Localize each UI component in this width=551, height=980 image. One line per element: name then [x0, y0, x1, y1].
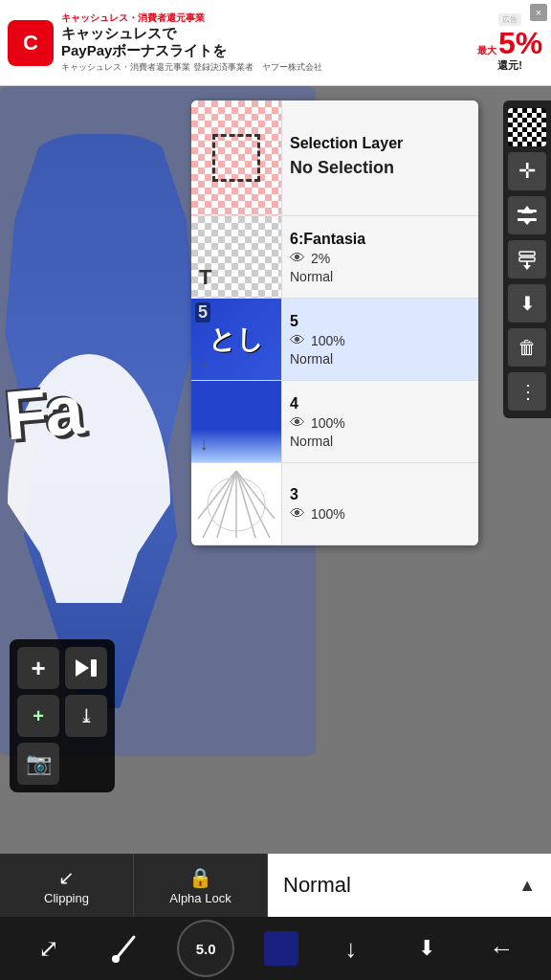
layer6-opacity: 2%: [311, 251, 330, 266]
back-button[interactable]: ←: [478, 925, 524, 971]
layer5-thumb: とし 5 ↓: [191, 299, 282, 380]
layer-panel: Selection Layer No Selection T 6:Fantasi…: [191, 100, 478, 546]
layer3-opacity: 100%: [311, 506, 345, 522]
clipping-icon: ↙: [58, 866, 75, 889]
ad-percent: 5%: [498, 28, 542, 58]
color-swatch-button[interactable]: [264, 931, 298, 966]
layer-row-5[interactable]: とし 5 ↓ 5 👁 100% Normal: [191, 299, 478, 381]
brush-button[interactable]: [101, 925, 147, 971]
layer6-name: 6:Fantasia: [290, 231, 471, 248]
flip-horizontal-button[interactable]: [508, 196, 546, 234]
svg-marker-11: [521, 218, 533, 225]
layer5-num-overlay: 5: [195, 302, 210, 323]
brush-icon: [109, 933, 140, 964]
transform-button[interactable]: ⤢: [26, 925, 72, 971]
left-toolbar: + + ⤓ 📷: [10, 639, 115, 792]
delete-button[interactable]: 🗑: [508, 328, 546, 367]
next-frame-button[interactable]: [65, 647, 107, 689]
layer5-name: 5: [290, 313, 471, 330]
layer3-eye-row: 👁 100%: [290, 505, 471, 523]
svg-marker-16: [76, 659, 89, 677]
layer6-thumb: T: [191, 216, 282, 298]
ad-percent-label: 還元!: [497, 58, 522, 73]
ad-tag-top: キャッシュレス・消費者還元事業: [61, 11, 469, 25]
layer3-thumb-bg: [191, 463, 281, 545]
layer5-blend: Normal: [290, 351, 471, 367]
ad-right: 広告 最大 5% 還元!: [476, 13, 543, 73]
flip-h-icon: [516, 206, 539, 225]
svg-rect-12: [519, 252, 535, 256]
ad-close-button[interactable]: ×: [530, 4, 547, 21]
svg-point-19: [112, 955, 120, 963]
alpha-lock-label: Alpha Lock: [169, 891, 231, 905]
selection-dashed-border: [212, 134, 260, 182]
add-layer-button[interactable]: +: [17, 647, 59, 689]
merge-button[interactable]: [508, 240, 546, 278]
layer-row-selection[interactable]: Selection Layer No Selection: [191, 100, 478, 216]
sketch-svg: [193, 466, 279, 543]
ad-max: 最大: [477, 44, 496, 57]
selection-layer-info: Selection Layer No Selection: [282, 129, 478, 188]
merge-icon: [517, 249, 538, 270]
layer-row-6[interactable]: T 6:Fantasia 👁 2% Normal: [191, 216, 478, 299]
bottom-toolbar: ⤢ 5.0 ↓ ⬇ ←: [0, 917, 551, 980]
svg-rect-13: [519, 257, 535, 261]
blend-mode-button[interactable]: Normal ▲: [268, 854, 551, 917]
layer4-name: 4: [290, 395, 471, 412]
blend-mode-text: Normal: [283, 873, 351, 898]
merge-down-button[interactable]: ⤓: [65, 695, 107, 737]
ad-left: C: [8, 20, 54, 66]
ad-logo: C: [8, 20, 54, 66]
blend-bar: ↙ Clipping 🔒 Alpha Lock Normal ▲: [0, 854, 551, 917]
more-button[interactable]: ⋮: [508, 372, 546, 411]
svg-marker-15: [523, 265, 531, 270]
ad-label: 広告: [498, 13, 521, 26]
layer3-info: 3 👁 100%: [282, 480, 478, 528]
layer4-thumb: ↓: [191, 381, 282, 462]
ad-sub-text: キャッシュレス・消費者還元事業 登録決済事業者 ヤフー株式会社: [61, 61, 469, 74]
layer4-info: 4 👁 100% Normal: [282, 390, 478, 455]
next-frame-icon: [74, 657, 99, 679]
layer3-thumb: [191, 463, 282, 545]
layer4-eye-row: 👁 100%: [290, 414, 471, 432]
layer6-t-icon: T: [199, 265, 211, 290]
brush-size-value: 5.0: [196, 941, 216, 957]
ad-main-text: キャッシュレスでPayPayボーナスライトを: [61, 25, 469, 59]
layer4-dl-arrow: ↓: [199, 433, 209, 455]
main-canvas-area: Fa Selection Layer No Selection T 6:Fant…: [0, 86, 551, 917]
selection-layer-name: Selection Layer: [290, 135, 471, 152]
layer5-eye-icon: 👁: [290, 332, 305, 349]
layer5-dl-arrow: ↓: [199, 350, 209, 372]
camera-button[interactable]: 📷: [17, 743, 59, 785]
layer4-eye-icon: 👁: [290, 414, 305, 432]
ad-logo-text: C: [23, 31, 38, 56]
layer6-info: 6:Fantasia 👁 2% Normal: [282, 225, 478, 290]
layer5-eye-row: 👁 100%: [290, 332, 471, 349]
layer-row-3[interactable]: 3 👁 100%: [191, 463, 478, 546]
clipping-button[interactable]: ↙ Clipping: [0, 854, 134, 917]
layer5-text: とし: [209, 322, 264, 358]
checkerboard-button[interactable]: [508, 108, 546, 146]
ad-banner: C キャッシュレス・消費者還元事業 キャッシュレスでPayPayボーナスライトを…: [0, 0, 551, 86]
alpha-lock-button[interactable]: 🔒 Alpha Lock: [134, 854, 268, 917]
layer3-eye-icon: 👁: [290, 505, 305, 523]
download-button[interactable]: ⬇: [508, 284, 546, 323]
layer4-blend: Normal: [290, 434, 471, 449]
layer5-opacity: 100%: [311, 333, 345, 348]
move-button[interactable]: ✛: [508, 152, 546, 190]
layer6-eye-icon: 👁: [290, 250, 305, 267]
selection-thumb: [191, 100, 282, 215]
right-toolbar: ✛ ⬇ 🗑 ⋮: [503, 100, 551, 418]
scroll-down-button[interactable]: ↓: [328, 925, 374, 971]
layer6-blend: Normal: [290, 269, 471, 284]
add-folder-button[interactable]: +: [17, 695, 59, 737]
layer-row-4[interactable]: ↓ 4 👁 100% Normal: [191, 381, 478, 463]
svg-rect-17: [91, 659, 97, 677]
expand-down-button[interactable]: ⬇: [404, 925, 450, 971]
no-selection-text: No Selection: [290, 154, 471, 182]
layer4-opacity: 100%: [311, 415, 345, 431]
clipping-label: Clipping: [44, 891, 89, 905]
brush-size-button[interactable]: 5.0: [177, 920, 234, 977]
ad-text-area: キャッシュレス・消費者還元事業 キャッシュレスでPayPayボーナスライトを キ…: [54, 11, 476, 74]
svg-line-18: [117, 937, 134, 958]
